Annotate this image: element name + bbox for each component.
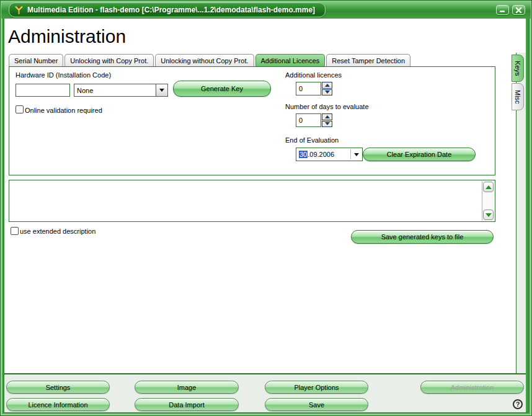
page-title: Administration xyxy=(8,26,126,47)
minimize-button[interactable] xyxy=(496,5,509,15)
chevron-down-icon xyxy=(159,89,164,92)
arrow-down-icon xyxy=(485,213,492,217)
end-of-evaluation-value: 30.09.2006 xyxy=(296,148,350,161)
date-rest: .09.2006 xyxy=(308,151,334,158)
use-extended-description-checkbox[interactable] xyxy=(11,227,19,235)
data-import-button[interactable]: Data Import xyxy=(135,398,239,411)
date-dropdown-button[interactable] xyxy=(351,148,362,161)
date-day-selected: 30 xyxy=(299,151,308,158)
close-button[interactable] xyxy=(512,5,525,15)
clear-expiration-date-button[interactable]: Clear Expiration Date xyxy=(363,148,476,161)
save-button[interactable]: Save xyxy=(265,398,368,411)
settings-button[interactable]: Settings xyxy=(6,381,110,394)
licence-information-button[interactable]: Licence Information xyxy=(6,398,110,411)
arrow-down-icon xyxy=(325,91,330,94)
tab-label: Additional Licences xyxy=(261,57,320,64)
scroll-down-button[interactable] xyxy=(483,210,494,220)
tab-label: Unlocking with Copy Prot. xyxy=(70,57,148,64)
side-tab-keys-label: Keys xyxy=(514,61,521,76)
tab-reset-tamper-detection[interactable]: Reset Tamper Detection xyxy=(326,54,410,66)
chevron-down-icon xyxy=(354,153,359,156)
save-generated-keys-button[interactable]: Save generated keys to file xyxy=(351,230,494,244)
tab-label: Reset Tamper Detection xyxy=(332,57,405,64)
close-icon xyxy=(515,7,522,14)
use-extended-description-label: use extended description xyxy=(20,228,95,235)
image-button[interactable]: Image xyxy=(135,381,239,394)
days-spin-up[interactable] xyxy=(322,113,332,120)
help-icon[interactable]: ? xyxy=(513,399,523,409)
arrow-up-icon xyxy=(325,115,330,118)
title-bar[interactable]: Multimedia Edition - flash-demo [C:\Prog… xyxy=(1,1,531,19)
tab-bar: Serial Number Unlocking with Copy Prot. … xyxy=(9,54,410,66)
arrow-up-icon xyxy=(485,185,492,189)
side-tab-misc-label: Misc xyxy=(514,90,521,104)
tab-unlocking-without-copy-prot[interactable]: Unlocking without Copy Prot. xyxy=(155,54,254,66)
additional-licences-panel: Hardware ID (Installation Code) None Gen… xyxy=(9,66,495,175)
title-pill: Multimedia Edition - flash-demo [C:\Prog… xyxy=(9,2,326,17)
days-to-evaluate-value[interactable]: 0 xyxy=(296,113,321,127)
generate-key-button[interactable]: Generate Key xyxy=(173,81,271,97)
unlock-type-combobox[interactable]: None xyxy=(74,84,168,97)
app-icon xyxy=(14,6,24,15)
additional-licences-spinner: 0 xyxy=(296,82,332,95)
application-window: Multimedia Edition - flash-demo [C:\Prog… xyxy=(0,0,532,416)
days-spin-down[interactable] xyxy=(322,121,332,128)
online-validation-checkbox[interactable] xyxy=(16,105,24,113)
additional-licences-label: Additional licences xyxy=(285,71,342,79)
hardware-id-label: Hardware ID (Installation Code) xyxy=(16,71,111,79)
bottom-navigation-bar: Settings Image Player Options Administra… xyxy=(4,373,526,412)
administration-button: Administration xyxy=(420,381,524,394)
unlock-type-value: None xyxy=(74,84,156,96)
side-tab-misc[interactable]: Misc xyxy=(512,83,524,110)
player-options-button[interactable]: Player Options xyxy=(265,381,368,394)
tab-additional-licences[interactable]: Additional Licences xyxy=(255,54,326,66)
scroll-up-button[interactable] xyxy=(483,182,494,192)
minimize-icon xyxy=(499,7,506,13)
tab-label: Serial Number xyxy=(14,57,58,64)
arrow-up-icon xyxy=(325,84,330,87)
output-scrollbar[interactable] xyxy=(482,181,494,221)
generated-keys-output[interactable] xyxy=(9,180,495,222)
unlock-type-dropdown-button[interactable] xyxy=(156,84,168,97)
end-of-evaluation-datepicker[interactable]: 30.09.2006 xyxy=(296,148,363,161)
hardware-id-input[interactable] xyxy=(16,84,70,97)
online-validation-label: Online validation required xyxy=(25,107,102,114)
days-to-evaluate-label: Number of days to evaluate xyxy=(285,103,369,110)
arrow-down-icon xyxy=(325,122,330,125)
additional-licences-spin-up[interactable] xyxy=(322,82,332,89)
tab-label: Unlocking without Copy Prot. xyxy=(161,57,248,64)
tab-unlocking-with-copy-prot[interactable]: Unlocking with Copy Prot. xyxy=(64,54,154,66)
client-area: Administration Keys Misc Serial Number U… xyxy=(4,19,526,412)
tab-serial-number[interactable]: Serial Number xyxy=(9,54,63,66)
additional-licences-spin-down[interactable] xyxy=(322,89,332,96)
days-to-evaluate-spinner: 0 xyxy=(296,113,332,127)
side-tab-keys[interactable]: Keys xyxy=(512,55,524,82)
window-title: Multimedia Edition - flash-demo [C:\Prog… xyxy=(27,6,315,14)
end-of-evaluation-label: End of Evaluation xyxy=(285,136,339,144)
additional-licences-value[interactable]: 0 xyxy=(296,82,321,95)
